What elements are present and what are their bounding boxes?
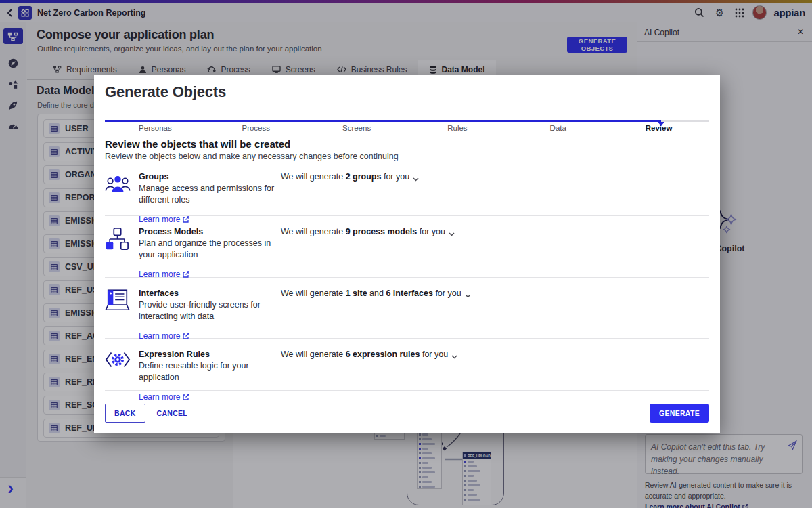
wizard-step: Data [508, 124, 608, 132]
wizard-progress-bar [105, 120, 709, 122]
chevron-down-icon[interactable] [451, 352, 457, 361]
progress-marker [658, 122, 664, 126]
external-link-icon [183, 216, 189, 223]
chevron-down-icon[interactable] [465, 291, 471, 300]
object-row-interfaces: Interfaces Provide user-friendly screens… [105, 278, 709, 339]
interfaces-icon [105, 289, 132, 338]
chevron-down-icon[interactable] [413, 174, 419, 184]
wizard-step: Personas [105, 124, 206, 132]
object-row-expression-rules: Expression Rules Define reusable logic f… [105, 339, 709, 391]
dialog-footer: BACK CANCEL GENERATE [94, 394, 720, 433]
generation-summary: We will generate 2 groups for you [281, 172, 419, 215]
learn-more-link[interactable]: Learn more [139, 331, 189, 341]
wizard-step: Rules [407, 124, 508, 132]
learn-more-link[interactable]: Learn more [139, 215, 189, 224]
generate-button[interactable]: GENERATE [650, 404, 709, 423]
object-desc: Define reusable logic for your applicati… [139, 360, 275, 383]
wizard-steps: PersonasProcessScreensRulesDataReview [105, 124, 709, 132]
generation-summary: We will generate 9 process models for yo… [281, 227, 455, 277]
object-desc: Plan and organize the processes in your … [139, 238, 275, 261]
generation-summary: We will generate 1 site and 6 interfaces… [281, 289, 471, 338]
external-link-icon [183, 333, 189, 339]
review-subheading: Review the objects below and make any ne… [105, 152, 709, 161]
groups-icon [105, 172, 132, 215]
cancel-button[interactable]: CANCEL [157, 409, 188, 417]
progress-fill [105, 120, 661, 122]
object-title: Interfaces [139, 289, 275, 298]
object-row-process-models: Process Models Plan and organize the pro… [105, 216, 709, 278]
object-title: Expression Rules [139, 350, 275, 359]
chevron-down-icon[interactable] [449, 229, 455, 238]
dialog-title: Generate Objects [94, 75, 720, 108]
object-desc: Provide user-friendly screens for intera… [139, 299, 275, 322]
wizard-step: Screens [307, 124, 407, 132]
generate-objects-dialog: Generate Objects PersonasProcessScreensR… [94, 75, 720, 433]
learn-more-link[interactable]: Learn more [139, 270, 189, 279]
object-title: Groups [139, 172, 275, 182]
review-heading: Review the objects that will be created [105, 138, 709, 150]
expression-rules-icon [105, 350, 132, 390]
generation-summary: We will generate 6 expression rules for … [281, 350, 457, 390]
process-models-icon [105, 227, 132, 277]
wizard-step: Process [206, 124, 307, 132]
object-row-groups: Groups Manage access and permissions for… [105, 161, 709, 216]
external-link-icon [183, 271, 189, 278]
back-button[interactable]: BACK [105, 404, 145, 423]
object-desc: Manage access and permissions for differ… [139, 183, 275, 206]
object-title: Process Models [139, 227, 275, 236]
